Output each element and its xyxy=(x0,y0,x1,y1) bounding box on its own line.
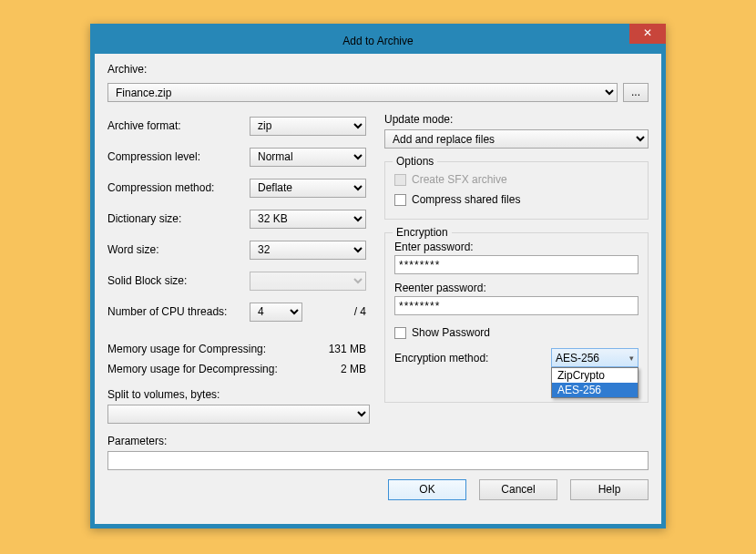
dialog-content: Archive: Finance.zip ... Archive format:… xyxy=(95,54,661,470)
archive-format-label: Archive format: xyxy=(107,119,250,132)
parameters-label: Parameters: xyxy=(107,435,167,447)
ok-button[interactable]: OK xyxy=(388,479,466,500)
encryption-method-value: AES-256 xyxy=(556,352,599,364)
cpu-threads-select[interactable]: 4 xyxy=(250,303,302,322)
chevron-down-icon: ▾ xyxy=(629,354,634,363)
help-button[interactable]: Help xyxy=(570,479,649,500)
encryption-legend: Encryption xyxy=(393,226,452,239)
split-volumes-label: Split to volumes, bytes: xyxy=(107,388,220,401)
solid-block-select xyxy=(250,272,366,291)
dialog-window: Add to Archive ✕ Archive: Finance.zip ..… xyxy=(90,24,666,528)
memory-decompress-value: 2 MB xyxy=(341,363,370,375)
browse-button[interactable]: ... xyxy=(623,83,649,102)
update-mode-label: Update mode: xyxy=(384,113,453,126)
show-password-label: Show Password xyxy=(412,326,490,339)
encryption-option-zipcrypto[interactable]: ZipCrypto xyxy=(552,368,638,383)
encryption-method-select[interactable]: AES-256 ▾ xyxy=(551,348,639,367)
reenter-password-input[interactable] xyxy=(394,296,639,315)
memory-compress-label: Memory usage for Compressing: xyxy=(107,343,266,355)
solid-block-label: Solid Block size: xyxy=(107,274,250,287)
close-button[interactable]: ✕ xyxy=(629,24,666,44)
memory-compress-value: 131 MB xyxy=(329,343,370,355)
sfx-label: Create SFX archive xyxy=(412,173,507,186)
archive-format-select[interactable]: zip xyxy=(250,117,366,136)
options-legend: Options xyxy=(393,155,437,168)
archive-combo[interactable]: Finance.zip xyxy=(107,83,618,102)
window-title: Add to Archive xyxy=(342,28,413,54)
titlebar[interactable]: Add to Archive ✕ xyxy=(95,28,661,54)
cpu-threads-label: Number of CPU threads: xyxy=(107,305,250,318)
compression-level-select[interactable]: Normal xyxy=(250,148,366,167)
enter-password-input[interactable] xyxy=(394,255,639,274)
dictionary-size-label: Dictionary size: xyxy=(107,212,250,225)
compression-method-select[interactable]: Deflate xyxy=(250,179,366,198)
parameters-input[interactable] xyxy=(107,451,649,470)
cpu-threads-max: / 4 xyxy=(354,305,370,318)
sfx-checkbox xyxy=(394,174,406,186)
update-mode-select[interactable]: Add and replace files xyxy=(384,129,649,149)
right-column: Update mode: Add and replace files Optio… xyxy=(384,113,649,424)
compress-shared-checkbox[interactable] xyxy=(394,194,406,206)
word-size-label: Word size: xyxy=(107,243,250,256)
options-group: Options Create SFX archive Compress shar… xyxy=(384,161,649,220)
left-column: Archive format: zip Compression level: N… xyxy=(107,113,370,424)
archive-label: Archive: xyxy=(107,63,147,76)
reenter-password-label: Reenter password: xyxy=(394,282,486,294)
memory-decompress-label: Memory usage for Decompressing: xyxy=(107,363,278,375)
compress-shared-label: Compress shared files xyxy=(412,193,520,206)
split-volumes-combo[interactable] xyxy=(107,405,370,424)
encryption-group: Encryption Enter password: Reenter passw… xyxy=(384,232,649,403)
encryption-option-aes256[interactable]: AES-256 xyxy=(552,383,638,397)
enter-password-label: Enter password: xyxy=(394,241,474,253)
compression-method-label: Compression method: xyxy=(107,181,250,194)
dictionary-size-select[interactable]: 32 KB xyxy=(250,210,366,229)
compression-level-label: Compression level: xyxy=(107,150,250,163)
show-password-checkbox[interactable] xyxy=(394,327,406,339)
word-size-select[interactable]: 32 xyxy=(250,241,366,260)
encryption-method-label: Encryption method: xyxy=(394,352,551,364)
dialog-buttons: OK Cancel Help xyxy=(95,470,661,513)
cancel-button[interactable]: Cancel xyxy=(479,479,557,500)
close-icon: ✕ xyxy=(643,26,652,39)
encryption-method-dropdown[interactable]: ZipCrypto AES-256 xyxy=(551,367,639,398)
